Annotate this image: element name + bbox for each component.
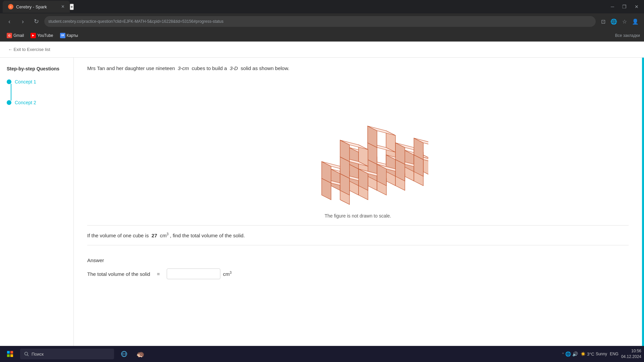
new-tab-button[interactable]: +: [70, 4, 74, 10]
start-button[interactable]: [3, 347, 17, 361]
youtube-label: YouTube: [37, 33, 53, 38]
translate-icon[interactable]: 🌐: [609, 17, 619, 26]
maps-favicon: 🗺: [60, 33, 65, 38]
windows-icon: [7, 351, 13, 357]
network-icon[interactable]: 🌐: [565, 351, 571, 357]
bookmark-gmail[interactable]: G Gmail: [4, 32, 26, 40]
concept-line: [11, 84, 11, 101]
active-tab[interactable]: C Cerebry - Spark ×: [3, 1, 70, 13]
taskbar-animal-app[interactable]: 🦔: [133, 347, 148, 361]
volume-unit: cm3: [160, 233, 169, 238]
system-icons: ^ 🌐 🔊: [562, 351, 578, 357]
back-button[interactable]: ‹: [4, 16, 15, 27]
concept-1-dot: [7, 79, 11, 84]
page-body: Step-by-step Questions Concept 1 Concept…: [0, 58, 644, 362]
volume-icon[interactable]: 🔊: [572, 351, 578, 357]
clock: 10:56: [621, 348, 641, 354]
svg-rect-58: [10, 351, 13, 354]
answer-label: Answer: [87, 257, 629, 263]
question-text: Mrs Tan and her daughter use nineteen 3-…: [87, 64, 629, 72]
browser-icon: [121, 351, 127, 357]
volume-value: 27: [152, 233, 157, 238]
youtube-favicon: ▶: [31, 33, 36, 38]
volume-exp: 3: [167, 232, 169, 236]
figure-container: .cube-top { fill: #fde8e0; stroke: #c052…: [87, 79, 629, 206]
date: 04.12.2024: [621, 354, 641, 360]
cube-size: 3-cm: [178, 65, 189, 71]
gmail-label: Gmail: [13, 33, 24, 38]
profile-icon[interactable]: 👤: [631, 17, 640, 26]
svg-point-61: [25, 352, 28, 355]
tab-close-button[interactable]: ×: [61, 4, 64, 10]
answer-row: The total volume of the solid = cm3: [87, 268, 629, 279]
svg-rect-57: [7, 351, 10, 354]
exit-link[interactable]: ← Exit to Exercise list: [8, 47, 636, 52]
volume-question: If the volume of one cube is 27 cm3 , fi…: [87, 232, 629, 238]
concept-1-item[interactable]: Concept 1: [7, 79, 67, 84]
toolbar-actions: ⊡ 🌐 ☆ 👤: [598, 17, 640, 26]
address-text: student.cerebry.co/practice-question?cli…: [48, 19, 223, 24]
taskbar-system: ^ 🌐 🔊 ☀️ 3°C Sunny ENG 10:56 04.12.2024: [562, 348, 641, 360]
bookmark-maps[interactable]: 🗺 Карты: [57, 32, 81, 40]
concept-connector: [9, 84, 67, 100]
page-header: ← Exit to Exercise list: [0, 42, 644, 58]
answer-input[interactable]: [167, 268, 220, 279]
figure-caption: The figure is not drawn to scale.: [87, 213, 629, 219]
cast-icon[interactable]: ⊡: [598, 17, 608, 26]
sidebar: Step-by-step Questions Concept 1 Concept…: [0, 58, 74, 362]
question-middle: cubes to build a: [192, 65, 227, 71]
tab-favicon: C: [8, 4, 13, 9]
all-bookmarks-label[interactable]: Все закладки: [615, 33, 640, 38]
cube-figure: .cube-top { fill: #fde8e0; stroke: #c052…: [287, 79, 428, 206]
weather-icon: ☀️: [581, 352, 586, 356]
search-text: Поиск: [32, 352, 44, 357]
concept-1-label: Concept 1: [15, 79, 36, 84]
taskbar-apps: 🦔: [117, 347, 148, 361]
taskbar-browser-app[interactable]: [117, 347, 131, 361]
svg-rect-60: [10, 354, 13, 357]
concept-2-label: Concept 2: [15, 100, 36, 105]
bookmarks-bar: G Gmail ▶ YouTube 🗺 Карты Все закладки: [0, 29, 644, 42]
address-bar[interactable]: student.cerebry.co/practice-question?cli…: [44, 16, 596, 27]
chevron-icon[interactable]: ^: [562, 352, 564, 356]
tab-title: Cerebry - Spark: [16, 4, 47, 9]
sidebar-title: Step-by-step Questions: [7, 66, 67, 72]
section-divider-1: [87, 225, 629, 226]
answer-row-text: The total volume of the solid: [87, 271, 150, 277]
right-scrollbar-accent[interactable]: [642, 58, 644, 362]
time-widget: 10:56 04.12.2024: [621, 348, 641, 360]
lang-indicator[interactable]: ENG: [610, 352, 619, 356]
taskbar: Поиск 🦔 ^ 🌐 🔊 ☀️ 3°C Sunny ENG 10:56 04.…: [0, 346, 644, 362]
taskbar-search[interactable]: Поиск: [20, 349, 114, 359]
concept-2-dot: [7, 100, 11, 105]
search-icon: [24, 352, 29, 356]
equals-sign: =: [157, 271, 160, 277]
answer-unit: cm3: [223, 271, 232, 277]
forward-button[interactable]: ›: [17, 16, 28, 27]
question-prefix: Mrs Tan and her daughter use nineteen: [87, 65, 175, 71]
svg-line-62: [28, 355, 29, 356]
answer-exp: 3: [230, 271, 232, 275]
svg-rect-59: [7, 354, 10, 357]
bookmark-youtube[interactable]: ▶ YouTube: [28, 32, 56, 40]
main-content: Mrs Tan and her daughter use nineteen 3-…: [74, 58, 642, 362]
weather-widget: ☀️ 3°C Sunny: [581, 352, 607, 357]
gmail-favicon: G: [7, 33, 12, 38]
solid-type: 3-D: [230, 65, 238, 71]
window-controls: ─ ❐ ✕: [608, 3, 641, 11]
close-button[interactable]: ✕: [632, 3, 641, 11]
reload-button[interactable]: ↻: [31, 16, 42, 27]
minimize-button[interactable]: ─: [608, 3, 617, 11]
animal-icon: 🦔: [136, 350, 145, 358]
section-divider-2: [87, 245, 629, 245]
volume-prefix: If the volume of one cube is: [87, 233, 149, 238]
restore-button[interactable]: ❐: [620, 3, 629, 11]
weather-desc: Sunny: [596, 352, 607, 356]
maps-label: Карты: [67, 33, 78, 38]
bookmark-star-icon[interactable]: ☆: [620, 17, 629, 26]
concept-list: Concept 1 Concept 2: [7, 79, 67, 105]
weather-temp: 3°C: [587, 352, 594, 357]
question-suffix: solid as shown below.: [241, 65, 289, 71]
answer-section: Answer The total volume of the solid = c…: [87, 252, 629, 285]
concept-2-item[interactable]: Concept 2: [7, 100, 67, 105]
